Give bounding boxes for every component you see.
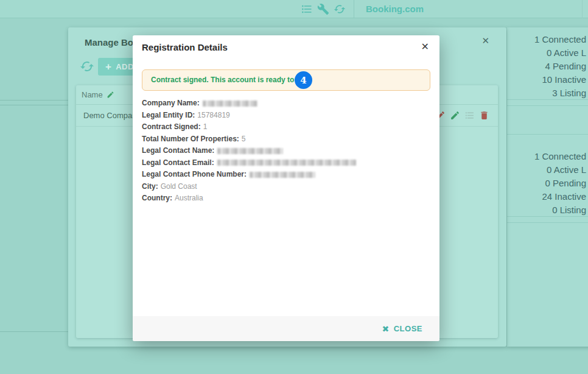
modal-title: Registration Details xyxy=(142,42,228,52)
stats-divider xyxy=(507,134,588,135)
contract-signed-alert: Contract signed. This account is ready t… xyxy=(142,69,430,91)
alert-message: Contract signed. This account is ready t… xyxy=(151,70,311,90)
refresh-icon xyxy=(80,59,94,74)
row-actions xyxy=(435,110,489,121)
stat-line: 0 Active L xyxy=(507,163,586,177)
redacted-value xyxy=(203,101,257,107)
redacted-value xyxy=(217,148,283,154)
stat-line: 10 Inactive xyxy=(507,73,586,86)
field-total-properties: Total Number Of Properties:5 xyxy=(142,133,430,146)
bg-row-line xyxy=(0,100,68,101)
list-icon[interactable] xyxy=(464,110,475,121)
topbar-icon-group xyxy=(301,3,346,15)
step-badge: 4 xyxy=(295,71,312,89)
field-legal-contact-phone: Legal Contact Phone Number: xyxy=(142,169,430,181)
stats-divider xyxy=(507,216,588,217)
right-stats-panel: 1 Connected 0 Active L 4 Pending 10 Inac… xyxy=(507,27,588,347)
name-column-header: Name xyxy=(82,90,114,99)
wrench-icon[interactable] xyxy=(317,3,329,15)
stats-block-1: 1 Connected 0 Active L 4 Pending 10 Inac… xyxy=(507,33,586,100)
stat-line: 24 Inactive xyxy=(507,190,586,203)
stat-line: 1 Connected xyxy=(507,33,586,46)
redacted-value xyxy=(217,160,356,166)
close-icon[interactable]: ✕ xyxy=(421,41,429,52)
stats-divider xyxy=(507,222,588,223)
plus-icon: + xyxy=(105,61,111,73)
field-contract-signed: Contract Signed:1 xyxy=(142,121,430,133)
stat-line: 1 Connected xyxy=(507,150,586,163)
stat-line: 4 Pending xyxy=(507,60,586,73)
stat-line: 0 Pending xyxy=(507,177,586,190)
stat-line: 3 Listing xyxy=(507,86,586,100)
edit-icon-green[interactable] xyxy=(450,110,460,121)
bg-row-line xyxy=(0,331,68,332)
field-legal-contact-name: Legal Contact Name: xyxy=(142,145,430,157)
topbar-divider-right xyxy=(582,0,583,18)
brand-label: Booking.com xyxy=(366,0,424,18)
field-company-name: Company Name: xyxy=(142,97,430,110)
field-city: City:Gold Coast xyxy=(142,181,430,193)
list-icon[interactable] xyxy=(301,3,313,15)
stats-divider xyxy=(507,105,588,106)
refresh-button[interactable] xyxy=(80,59,94,74)
refresh-icon[interactable] xyxy=(334,3,346,15)
registration-fields: Company Name: Legal Entity ID:15784819 C… xyxy=(142,97,430,205)
stat-line: 0 Active L xyxy=(507,46,586,60)
registration-details-modal: Registration Details ✕ Contract signed. … xyxy=(133,35,439,341)
stats-divider xyxy=(507,99,588,100)
top-bar: Booking.com xyxy=(0,0,588,18)
stat-line: 0 Listing xyxy=(507,203,586,217)
field-legal-entity-id: Legal Entity ID:15784819 xyxy=(142,110,430,122)
modal-footer: ✖ CLOSE xyxy=(133,316,439,341)
add-button-label: ADD xyxy=(116,62,133,71)
bg-row-line xyxy=(0,105,68,105)
topbar-divider xyxy=(354,0,354,18)
company-name-cell: Demo Company xyxy=(83,111,141,120)
edit-icon xyxy=(107,91,114,99)
field-country: Country:Australia xyxy=(142,192,430,205)
field-legal-contact-email: Legal Contact Email: xyxy=(142,157,430,169)
name-header-label: Name xyxy=(82,90,103,99)
stats-block-2: 1 Connected 0 Active L 0 Pending 24 Inac… xyxy=(507,150,586,217)
redacted-value xyxy=(250,172,315,178)
app-screen: Booking.com 1 Connected 0 Active L 4 Pen… xyxy=(0,0,588,374)
trash-icon[interactable] xyxy=(479,110,489,121)
close-x-icon: ✖ xyxy=(382,324,389,334)
panel-close-icon[interactable]: ✕ xyxy=(481,35,489,46)
close-button[interactable]: ✖ CLOSE xyxy=(382,316,422,341)
close-button-label: CLOSE xyxy=(394,324,422,333)
